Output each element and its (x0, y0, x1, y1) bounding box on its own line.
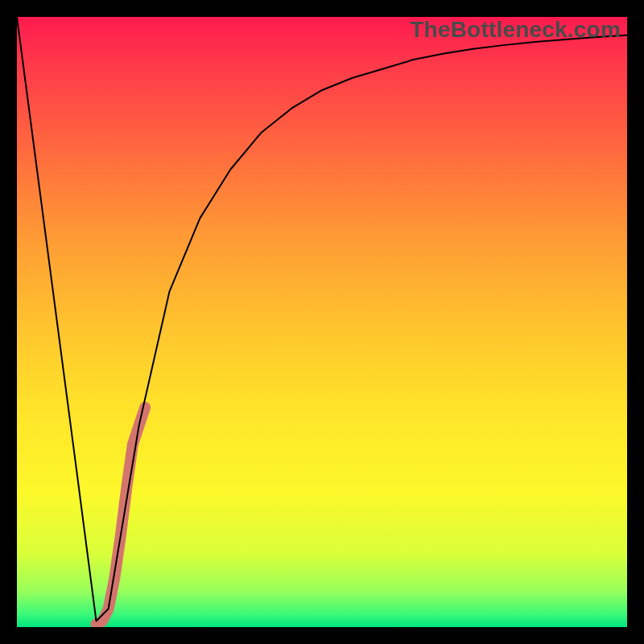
watermark-text: TheBottleneck.com (410, 17, 621, 43)
chart-frame: TheBottleneck.com (0, 0, 644, 644)
chart-svg (17, 17, 627, 627)
highlight-segment (97, 407, 146, 624)
bottleneck-curve (17, 17, 627, 621)
plot-area: TheBottleneck.com (17, 17, 627, 627)
